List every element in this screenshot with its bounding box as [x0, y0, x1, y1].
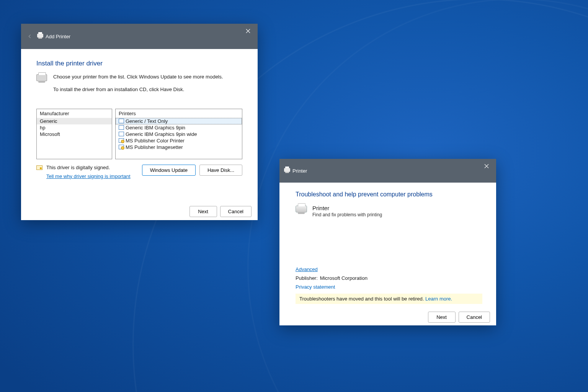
driver-icon	[119, 119, 124, 123]
troubleshooter-item: Printer Find and fix problems with print…	[296, 205, 482, 217]
instruction-line-2: To install the driver from an installati…	[53, 86, 223, 93]
page-heading: Install the printer driver	[36, 60, 242, 67]
printer-item[interactable]: Generic IBM Graphics 9pin wide	[116, 131, 242, 137]
signed-status-text: This driver is digitally signed.	[46, 165, 131, 170]
certificate-icon	[36, 165, 42, 171]
manufacturer-listbox[interactable]: Manufacturer Generic hp Microsoft	[36, 109, 112, 159]
learn-more-link[interactable]: Learn more.	[425, 296, 452, 302]
page-heading: Troubleshoot and help prevent computer p…	[296, 191, 482, 198]
driver-signing-link[interactable]: Tell me why driver signing is important	[46, 173, 131, 179]
titlebar[interactable]: Printer	[279, 159, 496, 183]
printer-item[interactable]: Generic IBM Graphics 9pin	[116, 124, 242, 131]
publisher-label: Publisher:	[296, 275, 318, 281]
retirement-notice: Troubleshooters have moved and this tool…	[296, 294, 482, 304]
driver-icon	[119, 125, 124, 130]
have-disk-button[interactable]: Have Disk...	[199, 165, 242, 176]
content-area: Troubleshoot and help prevent computer p…	[279, 183, 496, 309]
printer-item[interactable]: Generic / Text Only	[116, 118, 242, 124]
driver-signed-icon	[119, 138, 124, 143]
wizard-footer: Next Cancel	[21, 203, 258, 220]
cancel-button[interactable]: Cancel	[220, 206, 252, 217]
manufacturer-item[interactable]: Microsoft	[37, 131, 112, 137]
back-icon[interactable]	[26, 32, 34, 41]
manufacturer-header: Manufacturer	[37, 109, 112, 118]
wizard-footer: Next Cancel	[279, 309, 496, 325]
printer-illustration-icon	[36, 74, 47, 99]
printer-item[interactable]: MS Publisher Color Printer	[116, 137, 242, 144]
window-title: Printer	[292, 168, 307, 174]
driver-signed-icon	[119, 145, 124, 149]
manufacturer-item[interactable]: hp	[37, 124, 112, 131]
add-printer-wizard-window: Add Printer Install the printer driver C…	[21, 24, 258, 220]
printer-listbox[interactable]: Printers Generic / Text Only Generic IBM…	[115, 109, 242, 159]
troubleshooter-item-title: Printer	[312, 205, 382, 211]
manufacturer-item[interactable]: Generic	[37, 118, 112, 124]
printer-troubleshooter-window: Printer Troubleshoot and help prevent co…	[279, 159, 496, 325]
printer-icon	[37, 34, 43, 39]
titlebar[interactable]: Add Printer	[21, 24, 258, 49]
cancel-button[interactable]: Cancel	[459, 312, 490, 323]
printer-illustration-icon	[296, 206, 307, 216]
windows-update-button[interactable]: Windows Update	[142, 165, 196, 176]
window-title: Add Printer	[46, 34, 70, 39]
advanced-link[interactable]: Advanced	[296, 266, 318, 272]
content-area: Install the printer driver Choose your p…	[21, 49, 258, 179]
close-button[interactable]	[480, 161, 493, 171]
next-button[interactable]: Next	[189, 206, 217, 217]
printer-icon	[284, 168, 290, 173]
driver-icon	[119, 132, 124, 136]
publisher-value: Microsoft Corporation	[320, 275, 368, 281]
close-button[interactable]	[242, 26, 255, 36]
printer-item[interactable]: MS Publisher Imagesetter	[116, 144, 242, 150]
printer-header: Printers	[116, 109, 242, 118]
notice-text: Troubleshooters have moved and this tool…	[299, 296, 425, 302]
instruction-line-1: Choose your printer from the list. Click…	[53, 74, 223, 81]
troubleshooter-item-subtitle: Find and fix problems with printing	[312, 212, 382, 217]
next-button[interactable]: Next	[428, 312, 456, 323]
privacy-statement-link[interactable]: Privacy statement	[296, 284, 335, 290]
